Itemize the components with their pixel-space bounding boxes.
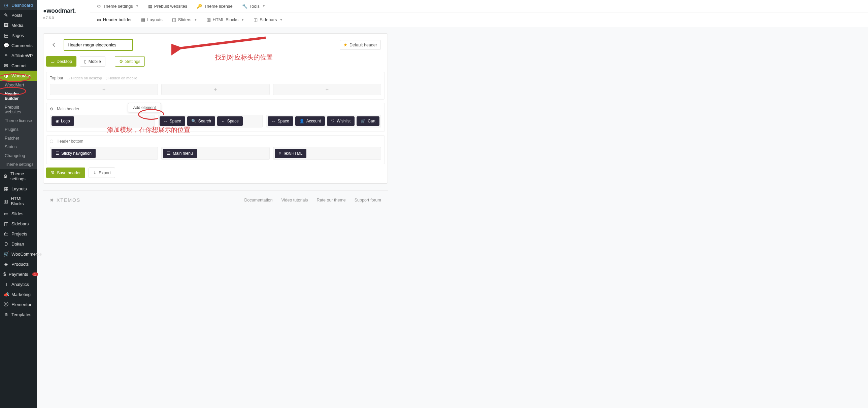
topbar-col-3[interactable]: + (273, 84, 381, 95)
plus-icon: + (214, 87, 217, 93)
element-space[interactable]: ↔Space (217, 116, 243, 126)
sidebar-item-theme-settings[interactable]: ⚙Theme settings (0, 169, 37, 184)
save-header-button[interactable]: 🖫 Save header (46, 168, 85, 178)
sidebar-sub-prebuilt-websites[interactable]: Prebuilt websites (0, 103, 37, 116)
menu-icon: 🛒 (3, 251, 9, 257)
element-account[interactable]: 👤Account (295, 116, 325, 126)
menu-icon: ◷ (3, 2, 9, 8)
sidebar-item-html-blocks[interactable]: ▥HTML Blocks (0, 194, 37, 208)
nav-sliders[interactable]: ◫Sliders▼ (172, 17, 197, 22)
footer: ✖ XTEMOS DocumentationVideo tutorialsRat… (43, 191, 388, 209)
nav-tools[interactable]: 🔧Tools▼ (242, 4, 265, 9)
element-space[interactable]: ↔Space (160, 116, 185, 126)
header-title-input[interactable] (64, 39, 133, 51)
sidebar-item-dokan[interactable]: DDokan (0, 239, 37, 249)
bottom-col-3[interactable]: #Text/HTML (273, 147, 381, 160)
sidebar-sub-plugins[interactable]: Plugins (0, 125, 37, 134)
chevron-down-icon: ▼ (241, 18, 244, 22)
sidebar-sub-changelog[interactable]: Changelog (0, 151, 37, 160)
sidebar-label: Payments (9, 272, 28, 277)
sidebar-item-elementor[interactable]: ⓔElementor (0, 299, 37, 309)
bottom-col-2[interactable]: ☰Main menu (161, 147, 269, 160)
sidebar-item-projects[interactable]: 🗀Projects (0, 229, 37, 239)
view-bar: ▭ Desktop ▯ Mobile ⚙ Settings (43, 56, 388, 72)
nav-label: Layouts (147, 17, 163, 22)
nav-theme-settings[interactable]: ⚙Theme settings▼ (97, 4, 139, 9)
element-cart[interactable]: 🛒Cart (356, 116, 379, 126)
nav-label: HTML Blocks (213, 17, 239, 22)
main-col-3[interactable]: ↔Space👤Account♡Wishlist🛒Cart (266, 115, 381, 128)
footer-link-rate-our-theme[interactable]: Rate our theme (317, 198, 346, 203)
element-wishlist[interactable]: ♡Wishlist (327, 116, 354, 126)
sidebar-item-comments[interactable]: 💬Comments (0, 40, 37, 50)
sidebar-item-contact[interactable]: ✉Contact (0, 61, 37, 71)
sidebar-label: HTML Blocks (11, 196, 34, 206)
sidebar-item-marketing[interactable]: 📣Marketing (0, 289, 37, 299)
xtemos-icon: ✖ (50, 198, 55, 203)
element-logo[interactable]: ◉Logo (52, 116, 74, 126)
nav-icon: ▦ (148, 4, 152, 9)
nav-label: Sliders (178, 17, 192, 22)
sidebar-sub-status[interactable]: Status (0, 143, 37, 151)
sidebar-sub-header-builder[interactable]: Header builder (0, 90, 37, 103)
sidebar-item-posts[interactable]: ✎Posts (0, 10, 37, 20)
settings-button[interactable]: ⚙ Settings (115, 56, 145, 67)
footer-link-support-forum[interactable]: Support forum (354, 198, 381, 203)
sidebar-sub-theme-settings[interactable]: Theme settings (0, 160, 37, 169)
sidebar-item-dashboard[interactable]: ◷Dashboard (0, 0, 37, 10)
nav-sidebars[interactable]: ◫Sidebars▼ (253, 17, 282, 22)
sidebar-item-layouts[interactable]: ▦Layouts (0, 184, 37, 194)
row-label-bottom: Header bottom (57, 139, 83, 144)
plus-icon: + (102, 87, 105, 93)
nav-icon: ◫ (172, 17, 176, 22)
topbar-col-2[interactable]: + (161, 84, 269, 95)
element-label: Cart (368, 119, 375, 124)
add-element-tooltip: Add element (128, 103, 161, 112)
sidebar-item-affiliatewp[interactable]: ⚭AffiliateWP (0, 50, 37, 61)
element-sticky-navigation[interactable]: ☰Sticky navigation (52, 149, 96, 158)
element-main-menu[interactable]: ☰Main menu (163, 149, 197, 158)
footer-link-video-tutorials[interactable]: Video tutorials (281, 198, 308, 203)
element-icon: 🔍 (191, 119, 196, 124)
sidebar-label: Dokan (11, 241, 24, 246)
desktop-view-button[interactable]: ▭ Desktop (46, 56, 76, 67)
nav-icon: ▭ (97, 17, 101, 22)
topbar-col-1[interactable]: + (50, 84, 158, 95)
bottom-col-1[interactable]: ☰Sticky navigation (50, 147, 158, 160)
sidebar-item-sidebars[interactable]: ◫Sidebars (0, 218, 37, 229)
menu-icon: ✉ (3, 63, 9, 68)
sidebar-item-products[interactable]: ◈Products (0, 259, 37, 269)
nav-html-blocks[interactable]: ▥HTML Blocks▼ (207, 17, 244, 22)
element-space[interactable]: ↔Space (268, 116, 293, 126)
sidebar-item-pages[interactable]: ▤Pages (0, 30, 37, 40)
mobile-view-button[interactable]: ▯ Mobile (80, 56, 105, 67)
sidebar-item-woocommerce[interactable]: 🛒WooCommerce (0, 249, 37, 259)
sidebar-label: AffiliateWP (11, 53, 33, 58)
main-col-2[interactable]: ↔Space🔍Search↔Space (158, 115, 262, 128)
sidebar-sub-theme-license[interactable]: Theme license (0, 116, 37, 125)
row-top-bar: Top bar ▭ Hidden on desktop ▯ Hidden on … (46, 72, 385, 100)
sidebar-item-slides[interactable]: ▭Slides (0, 208, 37, 218)
nav-theme-license[interactable]: 🔑Theme license (197, 4, 232, 9)
nav-prebuilt-websites[interactable]: ▦Prebuilt websites (148, 4, 187, 9)
sidebar-item-analytics[interactable]: ⫾Analytics (0, 279, 37, 289)
sidebar-item-templates[interactable]: 🗎Templates (0, 309, 37, 319)
sidebar-item-payments[interactable]: $Payments1 (0, 269, 37, 279)
sidebar-sub-woodmart[interactable]: WoodMart (0, 81, 37, 90)
export-button[interactable]: ⤓ Export (89, 168, 115, 178)
sidebar-sub-patcher[interactable]: Patcher (0, 134, 37, 143)
element-icon: ↔ (221, 119, 225, 124)
element-search[interactable]: 🔍Search (187, 116, 215, 126)
menu-icon: ✎ (3, 12, 9, 18)
nav-header-builder[interactable]: ▭Header builder (97, 17, 132, 22)
default-header-badge[interactable]: ★ Default header (340, 40, 381, 50)
main-col-1[interactable]: Add element ◉Logo (50, 115, 155, 128)
nav-layouts[interactable]: ▦Layouts (141, 17, 163, 22)
nav-icon: 🔑 (197, 4, 202, 9)
sidebar-item-woodmart[interactable]: ◑WoodMart (0, 71, 37, 81)
element-text-html[interactable]: #Text/HTML (275, 149, 307, 158)
footer-link-documentation[interactable]: Documentation (244, 198, 273, 203)
menu-icon: $ (3, 271, 6, 277)
sidebar-item-media[interactable]: 🖾Media (0, 20, 37, 30)
back-arrow-icon[interactable] (50, 41, 58, 49)
